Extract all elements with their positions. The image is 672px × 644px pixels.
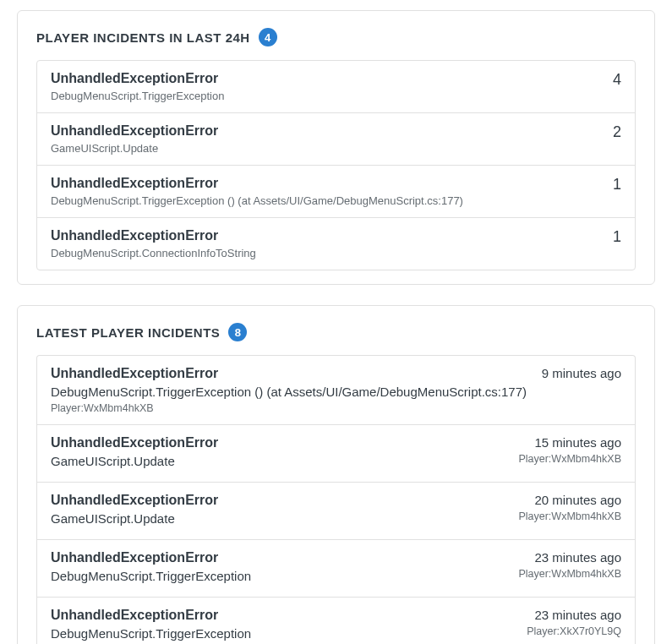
panel-latest-incidents: LATEST PLAYER INCIDENTS 8 UnhandledExcep… bbox=[17, 305, 655, 644]
incident-title: UnhandledExceptionError bbox=[51, 176, 603, 191]
incident-count: 4 bbox=[613, 71, 621, 89]
incident-player: Player:WxMbm4hkXB bbox=[518, 453, 621, 465]
panel-latest-badge: 8 bbox=[228, 323, 247, 341]
incident-row[interactable]: UnhandledExceptionError GameUIScript.Upd… bbox=[37, 483, 635, 540]
incident-latest-list: UnhandledExceptionError DebugMenuScript.… bbox=[36, 355, 636, 644]
incident-player: Player:WxMbm4hkXB bbox=[518, 568, 621, 580]
incident-count: 1 bbox=[613, 176, 621, 194]
panel-latest-header: LATEST PLAYER INCIDENTS 8 bbox=[36, 323, 636, 341]
incident-detail: DebugMenuScript.ConnectionInfoToString bbox=[51, 247, 603, 259]
incident-24h-list: UnhandledExceptionError DebugMenuScript.… bbox=[36, 60, 636, 270]
incident-time: 23 minutes ago bbox=[518, 550, 621, 565]
incident-detail: GameUIScript.Update bbox=[51, 511, 508, 526]
incident-detail: DebugMenuScript.TriggerException () (at … bbox=[51, 194, 603, 207]
incident-detail: GameUIScript.Update bbox=[51, 142, 603, 155]
panel-24h-badge: 4 bbox=[259, 28, 277, 46]
incident-player: Player:XkX7r0YL9Q bbox=[527, 625, 621, 637]
panel-latest-title: LATEST PLAYER INCIDENTS bbox=[36, 325, 220, 340]
incident-row[interactable]: UnhandledExceptionError DebugMenuScript.… bbox=[37, 61, 635, 113]
incident-detail: DebugMenuScript.TriggerException () (at … bbox=[51, 385, 532, 399]
incident-count: 1 bbox=[613, 228, 621, 246]
incident-title: UnhandledExceptionError bbox=[51, 435, 508, 450]
incident-row[interactable]: UnhandledExceptionError GameUIScript.Upd… bbox=[37, 425, 635, 483]
incident-title: UnhandledExceptionError bbox=[51, 123, 603, 139]
incident-detail: DebugMenuScript.TriggerException bbox=[51, 626, 516, 641]
incident-row[interactable]: UnhandledExceptionError DebugMenuScript.… bbox=[37, 540, 635, 598]
incident-row[interactable]: UnhandledExceptionError DebugMenuScript.… bbox=[37, 166, 635, 218]
incident-row[interactable]: UnhandledExceptionError DebugMenuScript.… bbox=[37, 356, 635, 425]
incident-title: UnhandledExceptionError bbox=[51, 366, 532, 381]
incident-row[interactable]: UnhandledExceptionError DebugMenuScript.… bbox=[37, 218, 635, 270]
incident-player: Player:WxMbm4hkXB bbox=[518, 510, 621, 522]
incident-title: UnhandledExceptionError bbox=[51, 228, 603, 243]
incident-detail: GameUIScript.Update bbox=[51, 454, 508, 468]
panel-24h-incidents: PLAYER INCIDENTS IN LAST 24H 4 Unhandled… bbox=[17, 10, 655, 285]
incident-detail: DebugMenuScript.TriggerException bbox=[51, 569, 508, 583]
incident-title: UnhandledExceptionError bbox=[51, 493, 508, 508]
panel-24h-title: PLAYER INCIDENTS IN LAST 24H bbox=[36, 30, 250, 45]
incident-row[interactable]: UnhandledExceptionError DebugMenuScript.… bbox=[37, 598, 635, 644]
incident-time: 9 minutes ago bbox=[542, 366, 621, 380]
incident-title: UnhandledExceptionError bbox=[51, 71, 603, 86]
incident-title: UnhandledExceptionError bbox=[51, 608, 516, 623]
incident-title: UnhandledExceptionError bbox=[51, 550, 508, 565]
incident-time: 20 minutes ago bbox=[518, 493, 621, 507]
incident-count: 2 bbox=[613, 123, 621, 141]
incident-row[interactable]: UnhandledExceptionError GameUIScript.Upd… bbox=[37, 113, 635, 166]
incident-detail: DebugMenuScript.TriggerException bbox=[51, 90, 603, 102]
incident-player: Player:WxMbm4hkXB bbox=[51, 402, 532, 414]
incident-time: 15 minutes ago bbox=[518, 435, 621, 450]
incident-time: 23 minutes ago bbox=[527, 608, 621, 622]
panel-24h-header: PLAYER INCIDENTS IN LAST 24H 4 bbox=[36, 28, 636, 46]
